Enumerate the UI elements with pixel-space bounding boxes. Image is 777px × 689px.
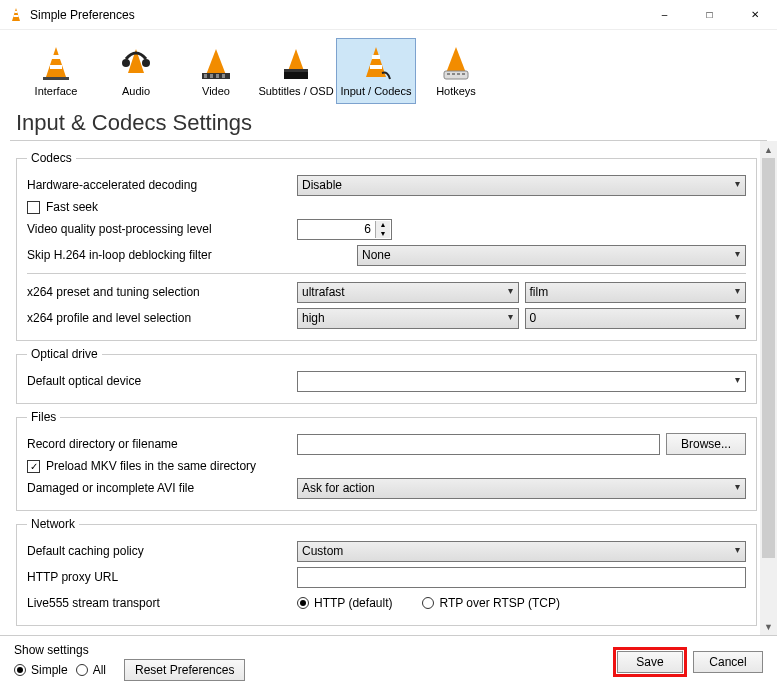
scroll-down-icon[interactable]: ▼ (760, 618, 777, 635)
reset-preferences-button[interactable]: Reset Preferences (124, 659, 245, 681)
tab-subtitles[interactable]: Subtitles / OSD (256, 38, 336, 104)
caching-policy-select[interactable]: Custom (297, 541, 746, 562)
svg-rect-21 (370, 65, 382, 69)
select-value: Ask for action (302, 481, 375, 495)
svg-rect-26 (457, 73, 460, 75)
optical-device-select[interactable] (297, 371, 746, 392)
radio-icon (14, 664, 26, 676)
tab-input-codecs[interactable]: Input / Codecs (336, 38, 416, 104)
group-legend: Network (27, 517, 79, 531)
svg-rect-5 (50, 65, 62, 69)
maximize-button[interactable]: □ (687, 0, 732, 30)
svg-rect-18 (284, 69, 308, 72)
svg-marker-10 (206, 49, 226, 75)
button-label: Reset Preferences (135, 663, 234, 677)
hw-decoding-label: Hardware-accelerated decoding (27, 178, 297, 192)
x264-tuning-select[interactable]: film (525, 282, 747, 303)
checkbox-label: Preload MKV files in the same directory (46, 459, 256, 473)
tab-audio[interactable]: Audio (96, 38, 176, 104)
group-files: Files Record directory or filename Brows… (16, 410, 757, 511)
skip-deblock-label: Skip H.264 in-loop deblocking filter (27, 248, 357, 262)
spinner-buttons[interactable]: ▲▼ (375, 221, 390, 238)
group-optical: Optical drive Default optical device (16, 347, 757, 404)
svg-rect-25 (452, 73, 455, 75)
live555-http-radio[interactable]: HTTP (default) (297, 596, 392, 610)
clapper-cone-icon (276, 43, 316, 83)
select-value: None (362, 248, 391, 262)
select-value: 0 (530, 311, 537, 325)
window-title: Simple Preferences (30, 8, 642, 22)
save-button[interactable]: Save (617, 651, 683, 673)
group-codecs: Codecs Hardware-accelerated decoding Dis… (16, 151, 757, 341)
keyboard-cone-icon (436, 43, 476, 83)
svg-rect-14 (216, 74, 219, 78)
select-value: Custom (302, 544, 343, 558)
show-simple-radio[interactable]: Simple (14, 663, 68, 677)
vlc-app-icon (8, 7, 24, 23)
x264-level-select[interactable]: 0 (525, 308, 747, 329)
tab-label: Audio (97, 85, 175, 97)
close-button[interactable]: ✕ (732, 0, 777, 30)
caching-policy-label: Default caching policy (27, 544, 297, 558)
tab-interface[interactable]: Interface (16, 38, 96, 104)
record-dir-label: Record directory or filename (27, 437, 297, 451)
svg-marker-3 (46, 47, 66, 77)
category-tabs: Interface Audio Video Subtitles / OSD In… (0, 30, 777, 104)
scroll-up-icon[interactable]: ▲ (760, 141, 777, 158)
x264-preset-select[interactable]: ultrafast (297, 282, 519, 303)
hw-decoding-select[interactable]: Disable (297, 175, 746, 196)
titlebar: Simple Preferences – □ ✕ (0, 0, 777, 30)
browse-button[interactable]: Browse... (666, 433, 746, 455)
damaged-avi-select[interactable]: Ask for action (297, 478, 746, 499)
svg-rect-12 (204, 74, 207, 78)
svg-rect-20 (372, 55, 380, 59)
checkbox-icon (27, 201, 40, 214)
svg-marker-0 (12, 8, 20, 21)
button-label: Browse... (681, 437, 731, 451)
fast-seek-checkbox[interactable]: Fast seek (27, 200, 746, 214)
svg-marker-16 (288, 49, 304, 71)
button-label: Cancel (709, 655, 746, 669)
cancel-button[interactable]: Cancel (693, 651, 763, 673)
spinner-value: 6 (302, 222, 371, 236)
select-value: high (302, 311, 325, 325)
checkbox-label: Fast seek (46, 200, 98, 214)
show-settings-group: Show settings Simple All Reset Preferenc… (14, 643, 245, 681)
radio-icon (76, 664, 88, 676)
tab-label: Video (177, 85, 255, 97)
x264-profile-select[interactable]: high (297, 308, 519, 329)
show-settings-label: Show settings (14, 643, 245, 657)
minimize-button[interactable]: – (642, 0, 687, 30)
live555-rtp-radio[interactable]: RTP over RTSP (TCP) (422, 596, 559, 610)
settings-scrollarea: Codecs Hardware-accelerated decoding Dis… (0, 141, 777, 635)
bottom-bar: Show settings Simple All Reset Preferenc… (0, 635, 777, 687)
save-highlight: Save (613, 647, 687, 677)
radio-label: Simple (31, 663, 68, 677)
radio-label: HTTP (default) (314, 596, 392, 610)
tab-video[interactable]: Video (176, 38, 256, 104)
svg-rect-6 (43, 77, 69, 80)
record-dir-input[interactable] (297, 434, 660, 455)
tab-hotkeys[interactable]: Hotkeys (416, 38, 496, 104)
preload-mkv-checkbox[interactable]: ✓ Preload MKV files in the same director… (27, 459, 746, 473)
video-quality-spinner[interactable]: 6 ▲▼ (297, 219, 392, 240)
http-proxy-input[interactable] (297, 567, 746, 588)
svg-point-9 (142, 59, 150, 67)
page-title: Input & Codecs Settings (0, 104, 777, 140)
svg-marker-22 (446, 47, 466, 73)
show-all-radio[interactable]: All (76, 663, 106, 677)
group-legend: Codecs (27, 151, 76, 165)
live555-label: Live555 stream transport (27, 596, 297, 610)
tab-label: Subtitles / OSD (257, 85, 335, 97)
svg-rect-15 (222, 74, 225, 78)
select-value: Disable (302, 178, 342, 192)
tab-label: Hotkeys (417, 85, 495, 97)
headphones-cone-icon (116, 43, 156, 83)
svg-rect-13 (210, 74, 213, 78)
film-cone-icon (196, 43, 236, 83)
skip-deblock-select[interactable]: None (357, 245, 746, 266)
scrollbar-thumb[interactable] (762, 158, 775, 558)
cone-icon (36, 43, 76, 83)
vertical-scrollbar[interactable]: ▲ ▼ (760, 141, 777, 635)
svg-point-8 (122, 59, 130, 67)
